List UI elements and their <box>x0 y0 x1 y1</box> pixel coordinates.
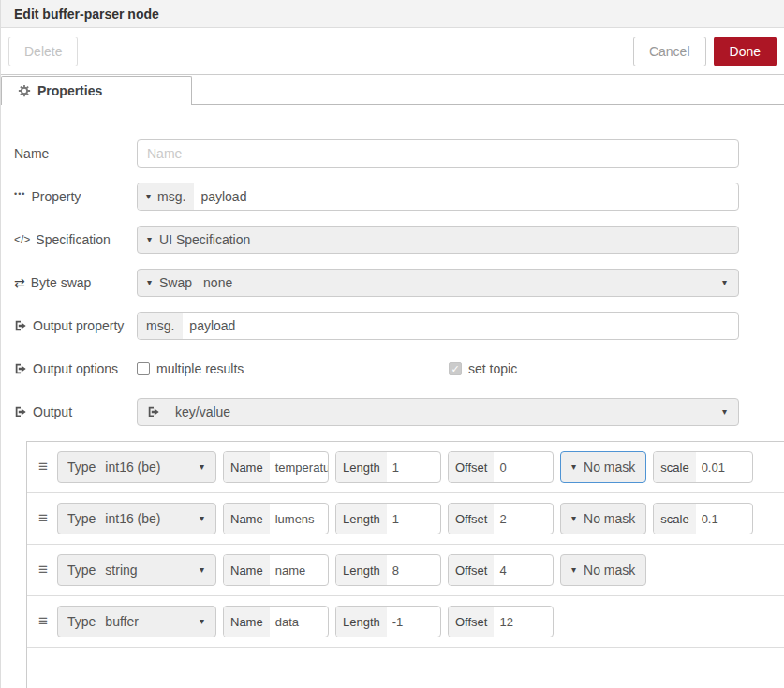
item-type-label: Type <box>67 563 96 578</box>
output-label: Output <box>14 404 137 419</box>
property-label-text: Property <box>31 189 81 204</box>
item-name-input[interactable]: Name lumens <box>223 503 329 534</box>
drag-handle-icon[interactable]: ≡ <box>36 509 51 528</box>
parse-item-row: ≡ Type int16 (be) ▾ Name lumens Length 1… <box>27 493 784 545</box>
item-mask-button[interactable]: ▾ No mask <box>560 554 646 586</box>
output-options-label-text: Output options <box>33 361 118 376</box>
property-input[interactable]: ▾ msg. payload <box>137 183 739 211</box>
output-options-field: multiple results ✓ set topic <box>137 361 739 376</box>
item-type-select[interactable]: Type int16 (be) ▾ <box>57 451 216 483</box>
output-value: key/value <box>175 404 230 419</box>
delete-button[interactable]: Delete <box>8 37 78 66</box>
chevron-down-icon: ▾ <box>200 617 206 626</box>
name-row: Name <box>14 139 784 168</box>
item-length-value[interactable]: 1 <box>387 504 405 534</box>
property-label: ••• Property <box>14 189 137 204</box>
name-input[interactable] <box>137 139 739 168</box>
done-button[interactable]: Done <box>714 37 777 66</box>
item-length-value[interactable]: -1 <box>387 607 409 637</box>
item-offset-value[interactable]: 12 <box>494 607 518 637</box>
set-topic-checkbox[interactable]: ✓ <box>449 362 462 375</box>
item-offset-value[interactable]: 4 <box>494 555 511 585</box>
item-scale-input[interactable]: scale 0.01 <box>653 451 753 483</box>
item-mask-button[interactable]: ▾ No mask <box>560 451 646 483</box>
drag-handle-icon[interactable]: ≡ <box>36 458 51 476</box>
set-topic-option: ✓ set topic <box>449 361 517 376</box>
item-name-value[interactable]: temperatu <box>270 452 328 482</box>
dialog-header: Edit buffer-parser node <box>1 0 784 28</box>
chevron-down-icon: ▾ <box>571 462 576 472</box>
item-length-value[interactable]: 8 <box>387 555 405 585</box>
item-length-chip: Length <box>336 555 387 585</box>
item-offset-chip: Offset <box>449 607 494 637</box>
chevron-down-icon: ▾ <box>146 192 151 201</box>
item-scale-value[interactable]: 0.1 <box>696 504 724 534</box>
byteswap-label-text: Byte swap <box>31 275 92 290</box>
toolbar-right: Cancel Done <box>633 37 777 66</box>
item-type-label: Type <box>67 511 96 526</box>
item-type-select[interactable]: Type string ▾ <box>57 554 216 586</box>
item-name-input[interactable]: Name temperatu <box>223 451 329 483</box>
chevron-down-icon: ▾ <box>147 278 152 287</box>
tab-properties[interactable]: Properties <box>1 76 192 105</box>
item-offset-input[interactable]: Offset 4 <box>448 554 554 586</box>
item-length-chip: Length <box>336 504 387 534</box>
property-type-button[interactable]: ▾ msg. <box>138 183 194 210</box>
item-offset-value[interactable]: 2 <box>494 504 511 534</box>
item-length-input[interactable]: Length 1 <box>335 451 441 483</box>
multiple-results-checkbox[interactable] <box>137 362 150 375</box>
item-mask-label: No mask <box>584 563 635 578</box>
chevron-down-icon: ▾ <box>722 407 729 417</box>
item-scale-chip: scale <box>654 504 695 534</box>
specification-select[interactable]: ▾ UI Specification <box>137 226 739 254</box>
byteswap-label: ⇄ Byte swap <box>14 275 137 290</box>
item-scale-value[interactable]: 0.01 <box>696 452 731 482</box>
tab-bar: Properties <box>1 75 784 105</box>
item-offset-input[interactable]: Offset 2 <box>448 503 554 534</box>
item-mask-button[interactable]: ▾ No mask <box>560 503 646 534</box>
item-type-value: buffer <box>105 614 139 629</box>
sign-out-icon <box>14 362 27 375</box>
item-length-value[interactable]: 1 <box>387 452 405 482</box>
item-length-input[interactable]: Length 1 <box>335 503 441 534</box>
item-type-value: int16 (be) <box>105 511 160 526</box>
item-type-select[interactable]: Type buffer ▾ <box>57 606 216 637</box>
item-offset-value[interactable]: 0 <box>494 452 511 482</box>
output-property-label-text: Output property <box>33 318 124 333</box>
parse-item-row: ≡ Type buffer ▾ Name data Length -1 Offs… <box>27 596 784 648</box>
byteswap-value: none <box>203 275 232 290</box>
multiple-results-option: multiple results <box>137 361 449 376</box>
item-name-value[interactable]: name <box>270 555 312 585</box>
output-property-input[interactable]: msg. payload <box>137 312 739 340</box>
name-label-text: Name <box>14 146 49 161</box>
item-length-input[interactable]: Length -1 <box>335 606 441 637</box>
item-scale-input[interactable]: scale 0.1 <box>653 503 753 534</box>
item-name-value[interactable]: data <box>270 607 304 637</box>
cancel-button[interactable]: Cancel <box>633 37 706 66</box>
drag-handle-icon[interactable]: ≡ <box>36 561 51 579</box>
set-topic-label: set topic <box>468 361 517 376</box>
item-type-label: Type <box>67 614 96 629</box>
parse-items-list: ≡ Type int16 (be) ▾ Name temperatu Lengt… <box>26 441 784 688</box>
item-name-input[interactable]: Name data <box>223 606 329 637</box>
sign-out-icon <box>14 405 27 418</box>
ellipsis-icon: ••• <box>14 189 25 198</box>
property-value[interactable]: payload <box>194 183 253 210</box>
byteswap-select[interactable]: ▾ Swap none ▾ <box>137 269 739 297</box>
drag-handle-icon[interactable]: ≡ <box>36 612 51 631</box>
item-name-input[interactable]: Name name <box>223 554 329 586</box>
byteswap-row: ⇄ Byte swap ▾ Swap none ▾ <box>14 269 784 297</box>
item-offset-input[interactable]: Offset 12 <box>448 606 554 637</box>
item-name-chip: Name <box>224 607 270 637</box>
item-offset-input[interactable]: Offset 0 <box>448 451 554 483</box>
item-type-select[interactable]: Type int16 (be) ▾ <box>57 503 216 534</box>
output-options-row: Output options multiple results ✓ set to… <box>14 355 784 383</box>
output-label-text: Output <box>33 404 72 419</box>
output-select[interactable]: key/value ▾ <box>137 398 739 426</box>
item-length-input[interactable]: Length 8 <box>335 554 441 586</box>
item-offset-chip: Offset <box>449 555 494 585</box>
item-name-value[interactable]: lumens <box>270 504 320 534</box>
chevron-down-icon: ▾ <box>722 278 729 287</box>
chevron-down-icon: ▾ <box>571 565 576 575</box>
output-property-value[interactable]: payload <box>183 313 242 339</box>
